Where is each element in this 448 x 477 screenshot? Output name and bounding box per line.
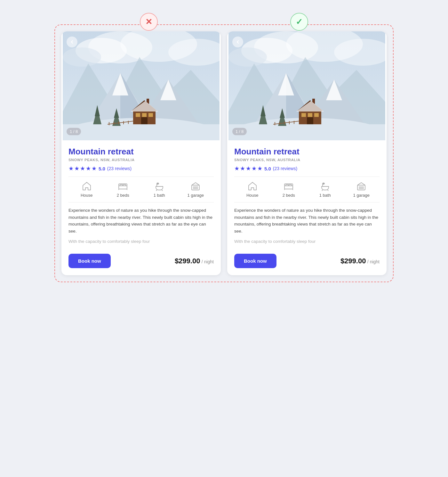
card-left: 1 / 8 Mountain retreat SNOWY PEAKS, NSW,… [61, 31, 221, 275]
property-title-left: Mountain retreat [68, 147, 214, 157]
property-location-left: SNOWY PEAKS, NSW, AUSTRALIA [68, 158, 214, 162]
amenity-bath-label-left: 1 bath [154, 193, 165, 198]
divider-right-2 [234, 202, 380, 202]
amenity-garage-right: 1 garage [343, 181, 380, 198]
amenity-bath-label-right: 1 bath [319, 193, 331, 198]
rating-count-right: (23 reviews) [273, 166, 297, 171]
svg-rect-32 [119, 186, 127, 189]
rating-row-left: ★ ★ ★ ★ ★ 5.0 (23 reviews) [68, 165, 214, 172]
amenity-beds-right: 2 beds [271, 181, 307, 198]
svg-line-37 [156, 190, 157, 191]
svg-rect-57 [228, 124, 385, 140]
price-amount-right: $299.00 [340, 257, 366, 265]
amenity-beds-label-right: 2 beds [283, 193, 295, 198]
arrow-left-icon [69, 39, 75, 45]
svg-rect-61 [308, 113, 312, 117]
divider-left-2 [68, 202, 214, 202]
card-right-body: Mountain retreat SNOWY PEAKS, NSW, AUSTR… [227, 140, 387, 275]
card-right-image: 1 / 8 [227, 31, 387, 140]
amenity-house-label-right: House [246, 193, 259, 198]
svg-point-49 [228, 47, 267, 67]
amenity-garage-left: 1 garage [178, 181, 214, 198]
bad-symbol: ✕ [145, 17, 152, 27]
card-footer-left: Book now $299.00 / night [68, 251, 214, 268]
house-icon-left [82, 181, 92, 191]
mountain-image-left [61, 31, 221, 140]
bed-icon-left [118, 181, 128, 191]
card-right: 1 / 8 Mountain retreat SNOWY PEAKS, NSW,… [227, 31, 387, 275]
rating-row-right: ★ ★ ★ ★ ★ 5.0 (23 reviews) [234, 165, 380, 172]
svg-rect-18 [148, 113, 153, 117]
svg-rect-60 [301, 113, 306, 117]
amenity-beds-left: 2 beds [105, 181, 141, 198]
amenity-house-label-left: House [81, 193, 93, 198]
amenity-beds-label-left: 2 beds [117, 193, 129, 198]
amenity-house-left: House [68, 181, 105, 198]
rating-count-left: (23 reviews) [107, 166, 132, 171]
svg-line-81 [322, 190, 323, 191]
svg-rect-16 [136, 113, 140, 117]
page-wrapper: ✕ ✓ [54, 13, 394, 282]
amenities-row-left: House 2 beds [68, 181, 214, 198]
back-arrow-right[interactable] [232, 37, 243, 47]
stars-right: ★ ★ ★ ★ ★ [234, 165, 262, 172]
divider-left-1 [68, 177, 214, 177]
svg-rect-76 [284, 186, 293, 189]
price-block-left: $299.00 / night [175, 257, 214, 265]
good-symbol: ✓ [296, 17, 303, 27]
svg-rect-77 [286, 185, 288, 186]
card-footer-right: Book now $299.00 / night [234, 251, 380, 268]
book-button-right[interactable]: Book now [234, 254, 276, 268]
price-per-left: / night [202, 259, 214, 264]
svg-rect-33 [120, 185, 123, 186]
comparison-box: 1 / 8 Mountain retreat SNOWY PEAKS, NSW,… [54, 24, 394, 282]
bad-indicator: ✕ [140, 13, 158, 31]
description-fade-left: With the capacity to comfortably sleep f… [68, 238, 214, 245]
price-amount-left: $299.00 [175, 257, 200, 265]
card-left-image: 1 / 8 [61, 31, 221, 140]
divider-right-1 [234, 177, 380, 177]
amenity-garage-label-left: 1 garage [188, 193, 204, 198]
rating-score-right: 5.0 [264, 166, 271, 171]
bath-icon-right [320, 181, 330, 191]
svg-rect-63 [307, 117, 313, 124]
price-block-right: $299.00 / night [340, 257, 380, 265]
amenity-house-right: House [234, 181, 271, 198]
stars-left: ★ ★ ★ ★ ★ [68, 165, 97, 172]
indicator-row: ✕ ✓ [54, 13, 394, 31]
image-counter-left: 1 / 8 [67, 128, 81, 135]
card-left-body: Mountain retreat SNOWY PEAKS, NSW, AUSTR… [61, 140, 221, 275]
svg-line-38 [162, 190, 163, 191]
rating-score-left: 5.0 [99, 166, 105, 171]
property-title-right: Mountain retreat [234, 147, 380, 157]
house-icon-right [248, 181, 257, 191]
svg-rect-34 [123, 185, 126, 186]
svg-point-5 [63, 47, 101, 67]
svg-rect-17 [142, 113, 147, 117]
garage-icon-left [191, 181, 200, 191]
price-per-right: / night [367, 259, 380, 264]
amenity-garage-label-right: 1 garage [353, 193, 370, 198]
amenities-row-right: House 2 beds [234, 181, 380, 198]
svg-rect-19 [141, 117, 148, 124]
garage-icon-right [356, 181, 366, 191]
book-button-left[interactable]: Book now [68, 254, 111, 268]
amenity-bath-left: 1 bath [141, 181, 178, 198]
description-right: Experience the wonders of nature as you … [234, 207, 380, 234]
good-indicator: ✓ [290, 13, 308, 31]
mountain-image-right [227, 31, 387, 140]
svg-rect-78 [289, 185, 292, 186]
property-location-right: SNOWY PEAKS, NSW, AUSTRALIA [234, 158, 380, 162]
bath-icon-left [155, 181, 164, 191]
amenity-bath-right: 1 bath [307, 181, 343, 198]
svg-line-82 [328, 190, 328, 191]
svg-rect-62 [314, 113, 319, 117]
arrow-left-icon-right [235, 39, 240, 45]
description-left: Experience the wonders of nature as you … [68, 207, 214, 234]
svg-point-83 [323, 184, 324, 185]
svg-rect-13 [63, 124, 220, 140]
back-arrow-left[interactable] [67, 37, 77, 47]
svg-point-39 [157, 184, 158, 185]
bed-icon-right [284, 181, 293, 191]
image-counter-right: 1 / 8 [232, 128, 247, 135]
